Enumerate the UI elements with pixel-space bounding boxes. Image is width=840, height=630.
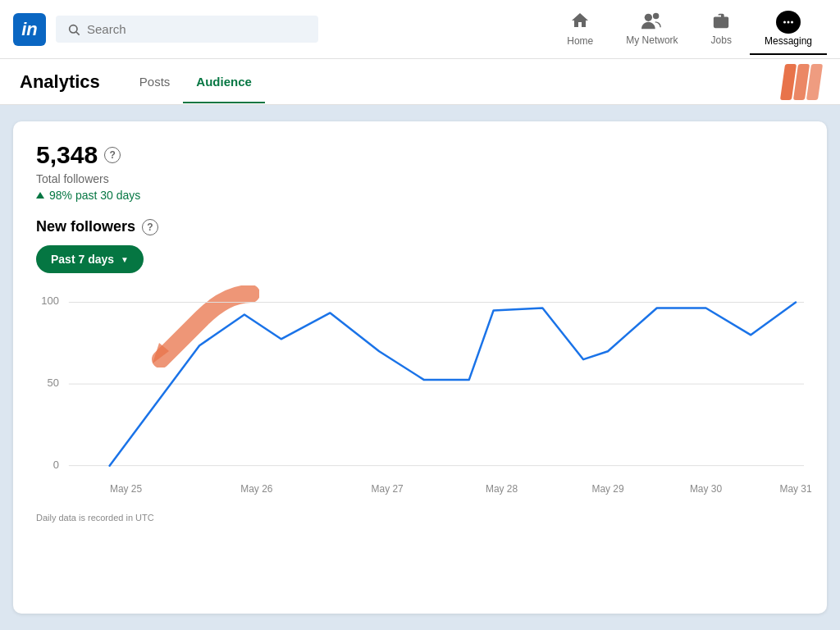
new-followers-help-icon[interactable]: ? bbox=[142, 219, 158, 235]
y-label-0: 0 bbox=[53, 459, 59, 471]
x-label-may27: May 27 bbox=[372, 483, 404, 495]
brand-logo-area bbox=[783, 64, 820, 100]
my-network-icon bbox=[641, 11, 663, 33]
y-label-100: 100 bbox=[41, 294, 59, 307]
new-followers-section: New followers ? Past 7 days ▼ bbox=[36, 218, 804, 273]
x-label-may31: May 31 bbox=[779, 483, 812, 495]
total-followers-label: Total followers bbox=[36, 172, 804, 185]
svg-point-4 bbox=[783, 21, 786, 23]
chart-svg: 100 50 0 May 25 May 26 May 27 May 28 May… bbox=[36, 290, 804, 503]
chart-area: 100 50 0 May 25 May 26 May 27 May 28 May… bbox=[36, 290, 804, 523]
svg-line-1 bbox=[76, 32, 80, 35]
nav-network-label: My Network bbox=[626, 34, 678, 46]
nav-home-label: Home bbox=[567, 35, 593, 47]
tab-posts[interactable]: Posts bbox=[126, 62, 184, 103]
analytics-card: 5,348 ? Total followers 98% past 30 days… bbox=[13, 121, 827, 614]
x-label-may26: May 26 bbox=[240, 483, 273, 495]
nav-jobs-label: Jobs bbox=[711, 34, 732, 46]
top-nav: in Home My Network bbox=[0, 0, 840, 59]
brand-logo bbox=[783, 64, 820, 100]
nav-item-messaging[interactable]: Messaging bbox=[750, 4, 827, 55]
x-label-may25: May 25 bbox=[110, 483, 143, 495]
chart-footnote: Daily data is recorded in UTC bbox=[36, 513, 804, 523]
sub-nav: Analytics Posts Audience bbox=[0, 59, 840, 105]
total-followers-help-icon[interactable]: ? bbox=[104, 147, 121, 163]
search-input[interactable] bbox=[87, 22, 307, 36]
nav-item-jobs[interactable]: Jobs bbox=[696, 5, 746, 54]
nav-item-home[interactable]: Home bbox=[552, 4, 608, 55]
linkedin-logo-text: in bbox=[21, 19, 38, 40]
analytics-title: Analytics bbox=[20, 71, 100, 93]
svg-point-6 bbox=[791, 21, 793, 23]
main-content: 5,348 ? Total followers 98% past 30 days… bbox=[0, 105, 840, 630]
period-button[interactable]: Past 7 days ▼ bbox=[36, 245, 144, 273]
change-text: 98% past 30 days bbox=[49, 189, 140, 202]
tab-audience[interactable]: Audience bbox=[183, 62, 265, 103]
jobs-icon bbox=[711, 11, 731, 33]
y-label-50: 50 bbox=[47, 377, 58, 389]
home-icon bbox=[570, 11, 590, 34]
search-icon bbox=[67, 23, 80, 36]
nav-messaging-label: Messaging bbox=[765, 35, 812, 47]
linkedin-logo[interactable]: in bbox=[13, 13, 46, 46]
trend-up-icon bbox=[36, 192, 44, 199]
x-label-may29: May 29 bbox=[591, 483, 624, 495]
nav-item-my-network[interactable]: My Network bbox=[611, 5, 692, 54]
new-followers-title: New followers ? bbox=[36, 218, 804, 235]
change-row: 98% past 30 days bbox=[36, 189, 804, 202]
nav-right: Home My Network Jobs bbox=[552, 4, 827, 55]
svg-point-3 bbox=[653, 12, 659, 18]
x-label-may30: May 30 bbox=[690, 483, 723, 495]
total-followers-number: 5,348 ? bbox=[36, 141, 804, 169]
messaging-icon bbox=[776, 11, 801, 34]
search-bar[interactable] bbox=[56, 16, 318, 43]
x-label-may28: May 28 bbox=[486, 483, 518, 495]
svg-point-0 bbox=[70, 25, 77, 32]
svg-point-2 bbox=[645, 13, 652, 21]
stats-section: 5,348 ? Total followers 98% past 30 days bbox=[36, 141, 804, 202]
chevron-down-icon: ▼ bbox=[121, 255, 129, 264]
svg-point-5 bbox=[787, 21, 789, 23]
